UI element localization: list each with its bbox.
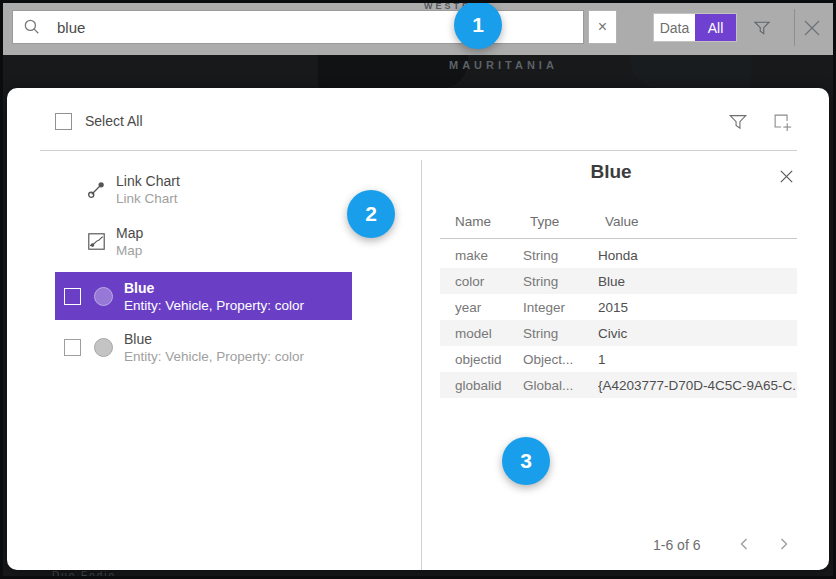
cell-type: Object...	[523, 352, 598, 367]
cell-value: Civic	[598, 326, 797, 341]
table-header-divider	[440, 238, 797, 239]
result-subtitle: Entity: Vehicle, Property: color	[124, 298, 304, 313]
funnel-icon	[727, 111, 749, 133]
table-row-make: make String Honda	[440, 242, 797, 268]
link-chart-icon	[87, 180, 106, 199]
detail-close-button[interactable]	[778, 168, 796, 186]
result-title: Blue	[124, 331, 304, 347]
cell-name: year	[455, 300, 523, 315]
result-checkbox[interactable]	[64, 339, 81, 356]
pagination-next-button[interactable]	[775, 535, 793, 553]
pagination-range: 1-6 of 6	[653, 537, 700, 553]
scope-option-data[interactable]: Data	[654, 14, 695, 41]
pagination-prev-button[interactable]	[735, 535, 753, 553]
results-filter-button[interactable]	[726, 110, 750, 134]
result-checkbox[interactable]	[64, 288, 81, 305]
map-label-mauritania: MAURITANIA	[449, 59, 558, 71]
cell-type: String	[523, 326, 598, 341]
cell-name: make	[455, 248, 523, 263]
callout-badge-1: 1	[454, 1, 502, 49]
detail-title: Blue	[421, 161, 801, 183]
column-header-value: Value	[605, 214, 639, 229]
app-window: MAURITANIA Duo Fodio WESTER × Data All	[0, 0, 836, 579]
result-item-map[interactable]: Map Map	[87, 225, 143, 258]
close-search-button[interactable]	[801, 17, 823, 39]
callout-badge-2: 2	[347, 190, 395, 238]
result-subtitle: Map	[116, 243, 143, 258]
table-row-year: year Integer 2015	[440, 294, 797, 320]
callout-badge-3: 3	[502, 437, 550, 485]
search-icon	[23, 18, 41, 36]
map-icon	[87, 232, 106, 251]
table-row-color: color String Blue	[440, 268, 797, 294]
chevron-left-icon	[738, 537, 750, 551]
cell-type: Integer	[523, 300, 598, 315]
result-item-link-chart[interactable]: Link Chart Link Chart	[87, 173, 180, 206]
cell-name: objectid	[455, 352, 523, 367]
cell-value: Honda	[598, 248, 797, 263]
cell-value: 1	[598, 352, 797, 367]
cell-name: color	[455, 274, 523, 289]
cell-type: String	[523, 274, 598, 289]
map-land-shape	[630, 55, 750, 88]
column-header-type: Type	[530, 214, 559, 229]
table-row-model: model String Civic	[440, 320, 797, 346]
result-item-blue[interactable]: Blue Entity: Vehicle, Property: color	[55, 326, 352, 368]
result-title: Map	[116, 225, 143, 241]
table-row-globalid: globalid Global... {A4203777-D70D-4C5C-9…	[440, 372, 797, 398]
filter-button[interactable]	[751, 17, 773, 39]
chevron-right-icon	[778, 537, 790, 551]
result-subtitle: Link Chart	[116, 191, 180, 206]
funnel-icon	[752, 18, 772, 38]
result-item-blue-selected[interactable]: Blue Entity: Vehicle, Property: color	[55, 272, 352, 320]
map-land-shape	[318, 55, 468, 88]
toolbar-divider	[794, 9, 795, 46]
close-icon	[778, 168, 795, 185]
table-row-objectid: objectid Object... 1	[440, 346, 797, 372]
search-toolbar: WESTER × Data All	[0, 0, 836, 55]
cell-type: String	[523, 248, 598, 263]
search-results-panel: Select All Link Chart Link Chart	[7, 88, 829, 570]
frame-border	[0, 0, 836, 3]
panel-header-divider	[40, 150, 797, 151]
panel-vertical-divider	[421, 160, 422, 570]
result-title: Link Chart	[116, 173, 180, 189]
cell-value: {A4203777-D70D-4C5C-9A65-C...	[598, 378, 797, 393]
cell-value: 2015	[598, 300, 797, 315]
clear-icon: ×	[598, 18, 607, 36]
cell-type: Global...	[523, 378, 598, 393]
cell-name: model	[455, 326, 523, 341]
result-title: Blue	[124, 280, 304, 296]
add-selection-icon	[771, 111, 793, 133]
select-all-checkbox[interactable]	[55, 113, 72, 130]
close-icon	[801, 17, 823, 39]
search-input[interactable]	[55, 18, 583, 37]
scope-option-all[interactable]: All	[695, 14, 736, 41]
scope-toggle: Data All	[653, 13, 737, 42]
entity-dot-icon	[94, 287, 113, 306]
frame-border	[0, 0, 3, 579]
result-subtitle: Entity: Vehicle, Property: color	[124, 349, 304, 364]
cell-value: Blue	[598, 274, 797, 289]
clear-search-button[interactable]: ×	[588, 10, 617, 44]
cell-name: globalid	[455, 378, 523, 393]
entity-dot-icon	[94, 338, 113, 357]
column-header-name: Name	[455, 214, 491, 229]
select-all-label: Select All	[85, 113, 143, 129]
add-to-selection-button[interactable]	[770, 110, 794, 134]
